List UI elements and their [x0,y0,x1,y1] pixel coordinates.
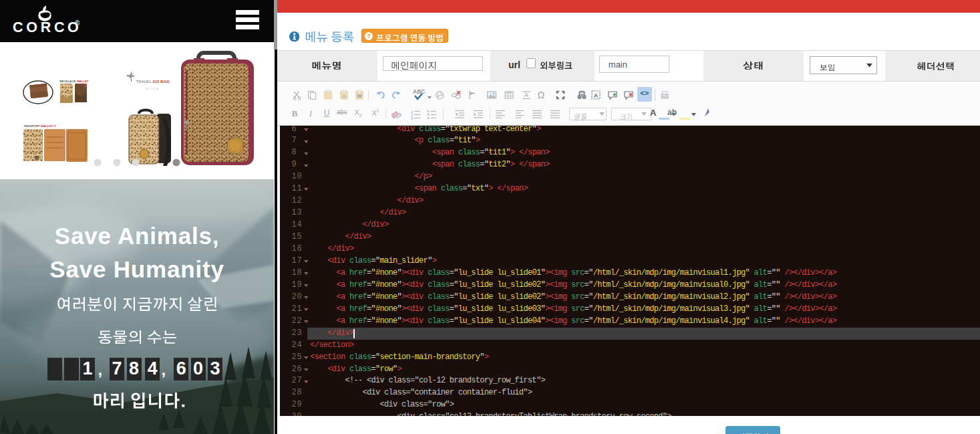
svg-text:TRAVEL GO BAG: TRAVEL GO BAG [136,79,170,84]
svg-text:A: A [594,92,599,99]
svg-text:A: A [342,93,346,99]
svg-text:ABC: ABC [413,88,425,95]
svg-text:PASSPORT WALLET /7: PASSPORT WALLET /7 [24,124,57,128]
svg-text:S I Z E: S I Z E [146,88,159,90]
svg-text:NECKLACE WALLET: NECKLACE WALLET [59,80,89,83]
svg-text:W: W [357,93,362,99]
svg-text:3: 3 [411,116,413,120]
svg-text:A: A [524,92,528,98]
svg-text:?: ? [367,33,371,39]
